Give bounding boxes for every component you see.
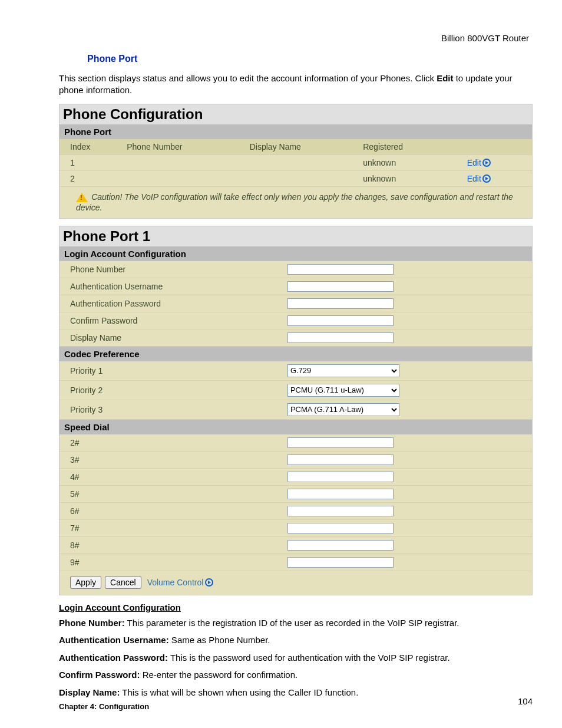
phone-config-title: Phone Configuration [59, 104, 532, 124]
cell-display [239, 154, 352, 170]
codec-table: Priority 1G.729 Priority 2PCMU (G.711 u-… [59, 361, 532, 420]
speed-input-8[interactable] [287, 540, 394, 551]
play-icon [482, 159, 491, 167]
priority2-select[interactable]: PCMU (G.711 u-Law) [287, 384, 399, 397]
login-config-table: Phone Number Authentication Username Aut… [59, 261, 532, 347]
speed-input-4[interactable] [287, 472, 394, 482]
desc-heading: Login Account Configuration [59, 602, 533, 612]
login-config-heading: Login Account Configuration [59, 246, 532, 261]
speed-label: 5# [59, 485, 277, 502]
cell-phone [116, 170, 239, 186]
intro-pre: This section displays status and allows … [59, 73, 437, 83]
action-bar: Apply Cancel Volume Control [59, 571, 532, 595]
page-footer: Chapter 4: Configuration 104 [59, 696, 533, 711]
desc-item: Authentication Password: This is the pas… [59, 652, 533, 664]
desc-val: This parameter is the registration ID of… [125, 618, 459, 628]
col-display: Display Name [239, 139, 352, 155]
apply-button[interactable]: Apply [70, 576, 101, 589]
col-index: Index [59, 139, 116, 155]
cell-phone [116, 154, 239, 170]
cancel-button[interactable]: Cancel [105, 576, 141, 589]
cell-display [239, 170, 352, 186]
edit-link[interactable]: Edit [467, 174, 491, 183]
desc-val: This is what will be shown when using th… [120, 687, 358, 697]
phone-number-input[interactable] [287, 264, 394, 275]
speed-input-6[interactable] [287, 506, 394, 516]
speed-label: 2# [59, 434, 277, 452]
speed-input-2[interactable] [287, 437, 394, 448]
volume-control-label: Volume Control [147, 578, 204, 587]
cell-reg: unknown [352, 154, 456, 170]
label-p2: Priority 2 [59, 380, 277, 400]
volume-control-link[interactable]: Volume Control [147, 578, 214, 587]
label-auth-pass: Authentication Password [59, 295, 277, 312]
speed-label: 3# [59, 451, 277, 468]
speed-input-7[interactable] [287, 523, 394, 533]
phone-port1-title: Phone Port 1 [59, 226, 532, 246]
cell-index: 2 [59, 170, 116, 186]
edit-link[interactable]: Edit [467, 158, 491, 167]
section-title: Phone Port [87, 54, 533, 64]
speed-input-9[interactable] [287, 557, 394, 568]
play-icon [482, 174, 491, 183]
phone-port-table: Index Phone Number Display Name Register… [59, 139, 532, 187]
caution-row: Caution! The VoIP configuration will tak… [59, 187, 532, 218]
desc-val: Same as Phone Number. [169, 635, 270, 645]
desc-key: Display Name: [59, 687, 120, 697]
warning-icon [76, 193, 88, 202]
priority1-select[interactable]: G.729 [287, 364, 399, 377]
chapter-label: Chapter 4: Configuration [59, 702, 149, 711]
desc-item: Authentication Username: Same as Phone N… [59, 634, 533, 646]
phone-port1-panel: Phone Port 1 Login Account Configuration… [59, 226, 533, 595]
label-confirm: Confirm Password [59, 312, 277, 329]
col-phone: Phone Number [116, 139, 239, 155]
desc-val: This is the password used for authentica… [168, 653, 450, 663]
desc-key: Confirm Password: [59, 670, 140, 680]
codec-heading: Codec Preference [59, 347, 532, 361]
edit-label: Edit [467, 174, 481, 183]
speed-label: 6# [59, 502, 277, 519]
speed-input-5[interactable] [287, 489, 394, 499]
product-header: Billion 800VGT Router [59, 33, 533, 43]
auth-username-input[interactable] [287, 281, 394, 292]
desc-item: Phone Number: This parameter is the regi… [59, 617, 533, 629]
speed-dial-heading: Speed Dial [59, 420, 532, 434]
play-icon [205, 578, 213, 587]
speed-input-3[interactable] [287, 454, 394, 465]
table-row: 2 unknown Edit [59, 170, 532, 186]
phone-config-subtitle: Phone Port [59, 124, 532, 139]
intro-bold: Edit [437, 73, 453, 83]
page-number: 104 [518, 696, 533, 706]
caution-text: Caution! The VoIP configuration will tak… [76, 192, 513, 212]
label-p1: Priority 1 [59, 361, 277, 381]
auth-password-input[interactable] [287, 298, 394, 309]
label-auth-user: Authentication Username [59, 278, 277, 295]
speed-label: 7# [59, 519, 277, 536]
desc-key: Phone Number: [59, 618, 125, 628]
desc-val: Re-enter the password for confirmation. [140, 670, 298, 680]
cell-index: 1 [59, 154, 116, 170]
priority3-select[interactable]: PCMA (G.711 A-Law) [287, 403, 399, 416]
phone-config-panel: Phone Configuration Phone Port Index Pho… [59, 104, 533, 219]
speed-label: 8# [59, 536, 277, 554]
speed-label: 9# [59, 554, 277, 571]
label-display: Display Name [59, 329, 277, 346]
cell-reg: unknown [352, 170, 456, 186]
table-row: 1 unknown Edit [59, 154, 532, 170]
speed-dial-table: 2# 3# 4# 5# 6# 7# 8# 9# [59, 434, 532, 571]
confirm-password-input[interactable] [287, 315, 394, 326]
display-name-input[interactable] [287, 332, 394, 343]
col-reg: Registered [352, 139, 456, 155]
label-p3: Priority 3 [59, 400, 277, 419]
desc-key: Authentication Username: [59, 635, 169, 645]
label-phone: Phone Number [59, 261, 277, 278]
intro-text: This section displays status and allows … [59, 73, 533, 97]
desc-item: Confirm Password: Re-enter the password … [59, 669, 533, 681]
desc-key: Authentication Password: [59, 653, 168, 663]
edit-label: Edit [467, 158, 481, 167]
speed-label: 4# [59, 468, 277, 485]
